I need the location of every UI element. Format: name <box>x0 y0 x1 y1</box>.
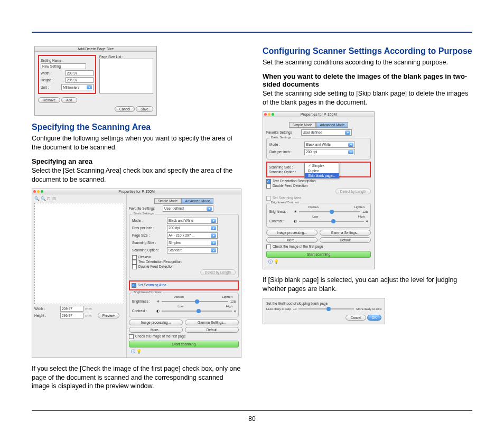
deskew-checkbox[interactable] <box>132 255 137 260</box>
gamma-button[interactable]: Gamma Settings... <box>185 320 239 325</box>
side-dropdown[interactable]: Simplex▾ <box>167 240 218 246</box>
double-feed-checkbox[interactable] <box>266 184 271 189</box>
ok-button[interactable]: OK <box>367 315 381 321</box>
paragraph: Set the scanning side setting to [Skip b… <box>263 89 472 107</box>
preview-area[interactable] <box>34 203 124 304</box>
screenshot-properties-skip-blank: Properties for P-150M Simple Mode Advanc… <box>263 111 375 269</box>
default-button[interactable]: Default <box>320 237 371 243</box>
fav-dropdown[interactable]: User defined▾ <box>163 205 213 212</box>
start-scanning-button[interactable]: Start scanning <box>266 251 371 258</box>
start-scanning-button[interactable]: Start scanning <box>129 341 239 348</box>
more-button[interactable]: More... <box>129 327 183 333</box>
width-label: Width : <box>41 71 63 75</box>
help-icons[interactable]: ⓘ 💡 <box>129 348 239 355</box>
mode-dropdown[interactable]: Black and White▾ <box>304 142 355 148</box>
menu-item-skip-blank[interactable]: Skip blank page... <box>305 173 339 178</box>
left-column: Add/Delete Page Size Setting Name : New … <box>32 46 241 395</box>
paragraph: If [Skip blank page] is selected, you ca… <box>263 276 472 294</box>
menu-item-simplex[interactable]: ✓ Simplex <box>305 163 339 168</box>
dialog-title: Properties for P-150M <box>263 112 374 117</box>
preview-width-input[interactable]: 209.97 <box>60 306 83 312</box>
brightness-slider[interactable] <box>299 211 360 212</box>
setting-name-input[interactable]: New Setting <box>41 63 86 69</box>
mode-dropdown[interactable]: Black and White▾ <box>167 218 218 224</box>
tab-simple-mode[interactable]: Simple Mode <box>289 122 316 128</box>
image-processing-button[interactable]: Image processing... <box>266 230 318 236</box>
add-button[interactable]: Add <box>61 97 77 103</box>
tab-simple-mode[interactable]: Simple Mode <box>154 198 182 204</box>
remove-button[interactable]: Remove <box>38 97 60 103</box>
preview-width-label: Width : <box>34 307 58 311</box>
paragraph: If you select the [Check the image of th… <box>32 364 241 391</box>
width-input[interactable]: 209.97 <box>66 70 94 76</box>
preview-button[interactable]: Preview <box>98 313 119 318</box>
page-size-list-label: Page Size List : <box>99 55 153 59</box>
top-rule <box>32 32 472 33</box>
screenshot-properties-with-preview: Properties for P-150M 🔍 🔍 ⊡ ⊞ Width :209… <box>32 189 241 358</box>
page: Add/Delete Page Size Setting Name : New … <box>0 0 504 432</box>
paragraph: Set the scanning conditions according to… <box>263 58 472 67</box>
unit-label: Unit : <box>41 86 59 89</box>
dpi-dropdown[interactable]: 200 dpi▾ <box>167 225 218 231</box>
page-number: 80 <box>0 415 504 422</box>
set-scanning-area-checkbox[interactable] <box>132 283 136 288</box>
image-processing-button[interactable]: Image processing... <box>129 320 183 325</box>
menu-item-duplex[interactable]: Duplex <box>305 168 339 173</box>
pagesize-dropdown[interactable]: A4 - 210 x 297 ...▾ <box>167 232 218 239</box>
detect-length-button: Detect by Length <box>335 189 371 194</box>
contrast-slider[interactable] <box>162 311 232 312</box>
contrast-slider[interactable] <box>299 221 364 222</box>
dpi-dropdown[interactable]: 200 dpi▾ <box>304 149 355 155</box>
screenshot-add-delete-page-size: Add/Delete Page Size Setting Name : New … <box>34 46 157 116</box>
paragraph: Select the [Set Scanning Area] check box… <box>32 166 241 184</box>
height-input[interactable]: 296.97 <box>66 77 94 83</box>
heading-configuring-scanner-settings: Configuring Scanner Settings According t… <box>263 46 472 56</box>
check-first-page-checkbox[interactable] <box>129 334 134 339</box>
orient-checkbox[interactable] <box>132 260 137 265</box>
tab-advanced-mode[interactable]: Advanced Mode <box>316 122 348 128</box>
double-feed-checkbox[interactable] <box>132 265 137 269</box>
fav-label: Favorite Settings <box>129 206 161 210</box>
bottom-rule <box>32 410 472 411</box>
preview-height-label: Height : <box>34 314 58 317</box>
default-button[interactable]: Default <box>185 327 239 333</box>
help-icons[interactable]: ⓘ 💡 <box>266 258 371 266</box>
more-button[interactable]: More... <box>266 237 318 243</box>
likelihood-title: Set the likelihood of skipping blank pag… <box>266 302 381 305</box>
option-dropdown[interactable]: Standard▾ <box>167 247 218 253</box>
subheading-delete-blank-pages: When you want to delete the images of th… <box>263 72 472 88</box>
save-button[interactable]: Save <box>136 106 153 112</box>
height-label: Height : <box>41 78 63 82</box>
tab-advanced-mode[interactable]: Advanced Mode <box>181 198 213 204</box>
preview-height-input[interactable]: 296.97 <box>60 313 83 318</box>
subheading-specifying-an-area: Specifying an area <box>32 157 241 165</box>
unit-dropdown[interactable]: Millimeters▾ <box>61 84 94 90</box>
heading-specifying-scanning-area: Specifying the Scanning Area <box>32 122 241 132</box>
cancel-button[interactable]: Cancel <box>115 106 135 112</box>
page-size-list[interactable] <box>99 59 153 93</box>
dialog-title: Properties for P-150M <box>32 189 241 194</box>
scanning-side-menu[interactable]: ✓ Simplex Duplex Skip blank page... <box>304 163 339 179</box>
likelihood-slider[interactable] <box>298 308 354 309</box>
gamma-button[interactable]: Gamma Settings... <box>320 230 371 236</box>
detect-length-button: Detect by Length <box>200 269 236 275</box>
cancel-button[interactable]: Cancel <box>346 315 366 321</box>
set-scanning-area-checkbox <box>266 196 271 201</box>
orient-checkbox[interactable] <box>266 179 271 184</box>
dialog-title: Add/Delete Page Size <box>35 46 156 52</box>
brightness-slider[interactable] <box>162 301 228 302</box>
check-first-page-checkbox[interactable] <box>266 245 271 249</box>
fav-dropdown[interactable]: User defined▾ <box>301 129 352 136</box>
right-column: Configuring Scanner Settings According t… <box>263 46 472 395</box>
paragraph: Configure the following settings when yo… <box>32 134 241 152</box>
setting-name-label: Setting Name : <box>41 59 64 62</box>
screenshot-skip-likelihood: Set the likelihood of skipping blank pag… <box>263 298 385 324</box>
